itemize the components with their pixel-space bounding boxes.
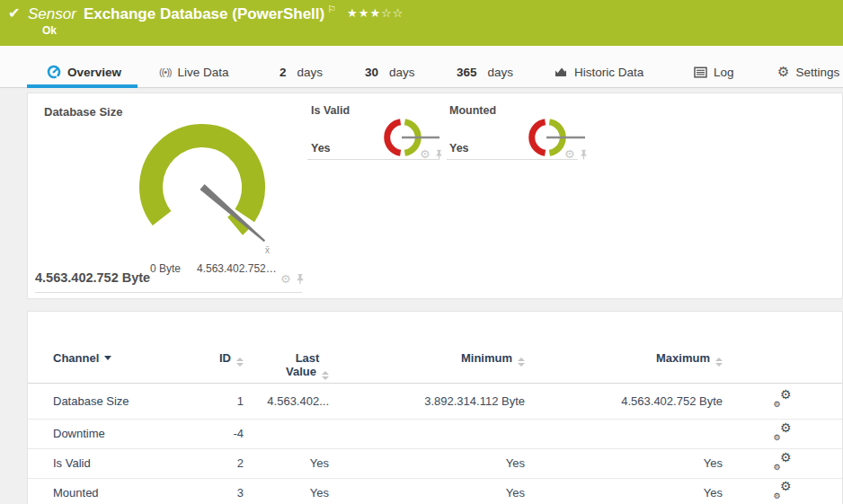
tile-gear-icon[interactable]: ⚙	[280, 273, 291, 285]
col-header-last-value[interactable]: LastValue	[244, 312, 329, 383]
channel-id: 1	[199, 383, 244, 419]
tab-overview-label: Overview	[67, 66, 121, 79]
tab-historic-data-label: Historic Data	[574, 66, 643, 79]
col-header-minimum-label: Minimum	[461, 351, 512, 365]
channel-maximum	[525, 419, 723, 448]
channel-id: 2	[199, 448, 244, 478]
table-row-database-size: Database Size 1 4.563.402... 3.892.314.1…	[28, 383, 842, 419]
object-kind-label: Sensor	[28, 5, 76, 22]
sort-arrows-icon	[715, 358, 723, 367]
channel-minimum: 3.892.314.112 Byte	[329, 383, 525, 419]
tab-365-days-label: days	[488, 66, 514, 79]
is-valid-value: Yes	[311, 142, 331, 155]
sort-arrows-icon	[518, 358, 525, 367]
area-chart-icon	[554, 66, 568, 78]
gear-icon: ⚙	[780, 480, 792, 492]
channel-maximum: Yes	[525, 478, 723, 504]
channel-name[interactable]: Mounted	[28, 478, 199, 504]
gauge-scale-min: 0 Byte	[150, 262, 181, 275]
channel-maximum: 4.563.402.752 Byte	[525, 383, 723, 419]
gear-icon: ⚙	[780, 421, 792, 434]
tab-log[interactable]: Log	[694, 59, 734, 84]
tab-365-days-number: 365	[457, 66, 477, 79]
channel-name[interactable]: Downtime	[28, 419, 199, 448]
gauge-scale-max: 4.563.402.752…	[197, 262, 277, 275]
log-list-icon	[694, 66, 707, 78]
tab-bar: Overview ((•)) Live Data 2days 30days 36…	[0, 46, 843, 88]
col-header-minimum[interactable]: Minimum	[329, 312, 525, 383]
gauge-database-size-title: Database Size	[44, 105, 122, 119]
col-header-value-label: Value	[286, 365, 316, 378]
prtg-sensor-page: ✔ SensorExchange Database (PowerShell)⚐★…	[0, 0, 843, 504]
channel-settings-icon[interactable]: ⚙⚙	[774, 425, 792, 440]
database-size-gauge: x̄	[134, 116, 296, 264]
channel-id: 3	[199, 478, 244, 504]
tab-30-days[interactable]: 30days	[365, 59, 415, 84]
tile-tools-database-size: ⚙	[280, 273, 305, 285]
gear-small-icon: ⚙	[774, 401, 781, 409]
channel-minimum: Yes	[329, 448, 525, 478]
sort-arrows-icon	[236, 358, 244, 367]
channel-last-value: Yes	[244, 448, 329, 478]
channel-id: -4	[199, 419, 244, 448]
sensor-header: ✔ SensorExchange Database (PowerShell)⚐★…	[0, 0, 843, 46]
channel-table: Channel ID LastValue Minimum Maximum Dat…	[28, 312, 842, 504]
tile-divider	[447, 159, 578, 160]
pin-icon[interactable]	[580, 149, 588, 160]
gear-small-icon: ⚙	[774, 492, 781, 500]
tile-divider	[35, 292, 302, 293]
gauge-icon	[47, 65, 61, 79]
star-rating[interactable]: ★★★☆☆	[347, 6, 404, 20]
col-header-maximum-label: Maximum	[656, 351, 710, 365]
channel-last-value: Yes	[244, 478, 329, 504]
stars-filled: ★★★	[347, 6, 381, 20]
sensor-status-badge: Ok	[42, 24, 57, 37]
gear-icon: ⚙	[780, 388, 792, 401]
col-header-id-label: ID	[219, 351, 231, 365]
sorted-desc-icon	[104, 356, 111, 360]
tab-2-days-label: days	[297, 66, 324, 79]
channel-name[interactable]: Is Valid	[28, 448, 199, 478]
tab-365-days[interactable]: 365days	[457, 59, 513, 84]
channel-minimum: Yes	[329, 478, 525, 504]
flag-icon[interactable]: ⚐	[327, 4, 336, 14]
tab-2-days[interactable]: 2days	[280, 59, 323, 84]
channel-settings-icon[interactable]: ⚙⚙	[774, 455, 792, 470]
col-header-last-label: Last	[296, 351, 320, 365]
channel-last-value: 4.563.402...	[244, 383, 329, 419]
col-header-actions	[723, 312, 842, 383]
channel-settings-icon[interactable]: ⚙⚙	[774, 392, 792, 407]
channel-name[interactable]: Database Size	[28, 383, 199, 419]
stars-empty: ☆☆	[381, 6, 404, 20]
tab-historic-data[interactable]: Historic Data	[554, 59, 643, 84]
sort-arrows-icon	[322, 371, 329, 380]
pin-icon[interactable]	[435, 149, 443, 160]
table-row-downtime: Downtime -4 ⚙⚙	[28, 419, 842, 448]
col-header-channel[interactable]: Channel	[28, 312, 199, 383]
col-header-channel-label: Channel	[53, 351, 99, 365]
gear-icon: ⚙	[780, 451, 792, 464]
gear-small-icon: ⚙	[774, 464, 781, 472]
channel-table-header-row: Channel ID LastValue Minimum Maximum	[28, 312, 842, 383]
channel-maximum: Yes	[525, 448, 723, 478]
gauge-mounted-title: Mounted	[449, 104, 496, 117]
tab-log-label: Log	[714, 66, 734, 79]
sensor-title-row: SensorExchange Database (PowerShell)⚐★★★…	[28, 4, 404, 23]
gauges-panel: Database Size x̄ 0 Byte 4.563.402.752… 4…	[27, 93, 843, 299]
tab-2-days-number: 2	[280, 66, 287, 79]
channel-last-value	[244, 419, 329, 448]
tab-live-data-label: Live Data	[178, 66, 229, 79]
pin-icon[interactable]	[296, 273, 305, 285]
tab-overview[interactable]: Overview	[47, 59, 121, 84]
tab-settings[interactable]: ⚙ Settings	[777, 59, 839, 84]
tab-30-days-label: days	[389, 66, 415, 79]
tab-live-data[interactable]: ((•)) Live Data	[159, 59, 229, 84]
col-header-id[interactable]: ID	[199, 312, 244, 383]
gear-icon: ⚙	[777, 64, 789, 80]
channel-settings-icon[interactable]: ⚙⚙	[774, 483, 792, 499]
col-header-maximum[interactable]: Maximum	[525, 312, 723, 383]
mounted-value: Yes	[449, 142, 469, 155]
channel-table-panel: Channel ID LastValue Minimum Maximum Dat…	[27, 311, 843, 504]
tile-divider	[307, 159, 439, 160]
table-row-mounted: Mounted 3 Yes Yes Yes ⚙⚙	[28, 478, 842, 504]
